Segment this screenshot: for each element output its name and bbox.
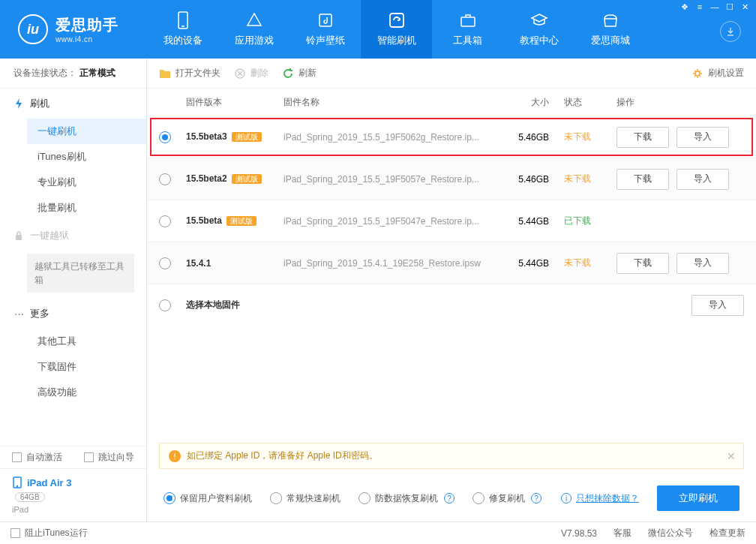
- checkbox-block-itunes[interactable]: [10, 528, 20, 538]
- sidebar-item-other[interactable]: 其他工具: [27, 329, 146, 354]
- firmware-status: 未下载: [564, 131, 616, 143]
- beta-tag: 测试版: [232, 174, 262, 184]
- nav-ringtones[interactable]: 铃声壁纸: [290, 0, 361, 59]
- firmware-size: 5.46GB: [504, 174, 564, 185]
- wechat-link[interactable]: 微信公众号: [648, 527, 693, 539]
- radio-select[interactable]: [159, 173, 171, 185]
- brand-name: 爱思助手: [56, 15, 118, 35]
- radio-icon: [358, 492, 370, 504]
- close-icon[interactable]: ✕: [738, 0, 752, 14]
- sidebar-more-header[interactable]: ⋯ 更多: [0, 299, 146, 329]
- flash-settings-button[interactable]: 刷机设置: [692, 67, 744, 80]
- tb-label: 刷机设置: [708, 67, 744, 80]
- radio-icon: [270, 492, 282, 504]
- opt-label: 保留用户资料刷机: [180, 492, 252, 505]
- check-update-link[interactable]: 检查更新: [710, 527, 746, 539]
- tb-label: 删除: [250, 67, 268, 80]
- download-button[interactable]: 下载: [616, 127, 669, 148]
- gear-icon: [692, 68, 704, 80]
- opt-normal[interactable]: 常规快速刷机: [270, 492, 340, 505]
- logo-icon: iu: [18, 14, 48, 44]
- download-button[interactable]: 下载: [616, 169, 669, 190]
- close-notice-icon[interactable]: ✕: [727, 450, 736, 462]
- erase-link[interactable]: i只想抹除数据？: [560, 492, 639, 505]
- nav-label: 爱思商城: [591, 34, 630, 47]
- svg-point-7: [17, 486, 18, 487]
- flash-icon: [14, 98, 24, 109]
- nav-label: 我的设备: [164, 34, 202, 47]
- open-folder-button[interactable]: 打开文件夹: [159, 67, 220, 80]
- tb-label: 打开文件夹: [176, 67, 220, 80]
- warning-icon: !: [169, 450, 181, 462]
- sidebar-item-batch[interactable]: 批量刷机: [27, 195, 146, 221]
- sidebar-item-download[interactable]: 下载固件: [27, 354, 146, 380]
- nav-my-device[interactable]: 我的设备: [147, 0, 218, 59]
- firmware-row[interactable]: 15.5beta2测试版iPad_Spring_2019_15.5_19F505…: [147, 158, 756, 200]
- firmware-row[interactable]: 15.5beta3测试版iPad_Spring_2019_15.5_19F506…: [147, 116, 756, 158]
- firmware-status: 未下载: [564, 173, 616, 185]
- nav-label: 应用游戏: [235, 34, 274, 47]
- menu-icon[interactable]: ≡: [693, 0, 706, 14]
- refresh-button[interactable]: 刷新: [282, 67, 316, 80]
- toolbar: 打开文件夹 删除 刷新 刷机设置: [147, 59, 756, 89]
- erase-link-text: 只想抹除数据？: [576, 492, 639, 505]
- import-button[interactable]: 导入: [676, 169, 729, 190]
- firmware-row[interactable]: 选择本地固件导入: [147, 284, 756, 326]
- sidebar-jailbreak-header: 一键越狱: [0, 221, 146, 251]
- flash-now-button[interactable]: 立即刷机: [657, 485, 740, 511]
- sidebar-flash-header[interactable]: 刷机: [0, 89, 146, 119]
- status-bar: 阻止iTunes运行 V7.98.53 客服 微信公众号 检查更新: [0, 521, 756, 544]
- radio-select[interactable]: [159, 215, 171, 227]
- firmware-name: iPad_Spring_2019_15.5_19F5062g_Restore.i…: [284, 132, 504, 143]
- import-button[interactable]: 导入: [676, 253, 729, 274]
- settings-dots-icon[interactable]: ❖: [678, 0, 692, 14]
- checkbox-auto-activate[interactable]: [12, 452, 22, 462]
- device-type: iPad: [12, 505, 134, 514]
- appleid-notice: ! 如已绑定 Apple ID，请准备好 Apple ID和密码。 ✕: [159, 443, 744, 469]
- download-button[interactable]: 下载: [616, 253, 669, 274]
- auto-activate-label: 自动激活: [26, 451, 62, 464]
- nav-store[interactable]: 爱思商城: [574, 0, 646, 59]
- radio-select[interactable]: [159, 299, 171, 311]
- th-name: 固件名称: [284, 96, 504, 109]
- nav-apps[interactable]: 应用游戏: [218, 0, 290, 59]
- minimize-icon[interactable]: —: [708, 0, 722, 14]
- radio-select[interactable]: [159, 131, 171, 143]
- nav-toolbox[interactable]: 工具箱: [432, 0, 503, 59]
- nav-flash[interactable]: 智能刷机: [361, 0, 432, 59]
- th-status: 状态: [564, 96, 616, 109]
- store-icon: [602, 11, 620, 29]
- checkbox-skip-guide[interactable]: [84, 452, 94, 462]
- radio-select[interactable]: [159, 257, 171, 269]
- radio-icon: [164, 492, 176, 504]
- sidebar-item-itunes[interactable]: iTunes刷机: [27, 144, 146, 170]
- toolbox-icon: [459, 11, 477, 29]
- main-content: 打开文件夹 删除 刷新 刷机设置 固件版本 固件名称 大小 状态 操作 15.5…: [147, 59, 756, 521]
- firmware-row[interactable]: 15.4.1iPad_Spring_2019_15.4.1_19E258_Res…: [147, 242, 756, 284]
- opt-repair[interactable]: 修复刷机?: [472, 492, 542, 505]
- help-icon[interactable]: ?: [444, 493, 454, 503]
- sidebar-item-advanced[interactable]: 高级功能: [27, 380, 146, 405]
- th-op: 操作: [616, 96, 744, 109]
- nav-tutorials[interactable]: 教程中心: [503, 0, 574, 59]
- sidebar-group-title: 一键越狱: [30, 229, 69, 242]
- help-icon[interactable]: ?: [531, 493, 542, 503]
- sidebar-item-onekey[interactable]: 一键刷机: [27, 119, 146, 144]
- support-link[interactable]: 客服: [614, 527, 632, 539]
- table-header: 固件版本 固件名称 大小 状态 操作: [147, 89, 756, 116]
- firmware-version: 15.5beta3: [186, 131, 227, 142]
- opt-keep-data[interactable]: 保留用户资料刷机: [164, 492, 252, 505]
- maximize-icon[interactable]: ☐: [723, 0, 736, 14]
- device-info: iPad Air 3 64GB iPad: [0, 468, 146, 521]
- app-header: ❖ ≡ — ☐ ✕ iu 爱思助手 www.i4.cn 我的设备 应用游戏 铃声…: [0, 0, 756, 59]
- opt-anti-recovery[interactable]: 防数据恢复刷机?: [358, 492, 454, 505]
- sidebar-item-pro[interactable]: 专业刷机: [27, 170, 146, 195]
- firmware-version: 15.5beta: [186, 215, 222, 226]
- import-button[interactable]: 导入: [676, 127, 729, 148]
- import-button[interactable]: 导入: [692, 295, 744, 316]
- opt-label: 常规快速刷机: [286, 492, 340, 505]
- download-progress-icon[interactable]: [720, 21, 741, 42]
- firmware-row[interactable]: 15.5beta测试版iPad_Spring_2019_15.5_19F5047…: [147, 200, 756, 242]
- opt-label: 修复刷机: [489, 492, 525, 505]
- beta-tag: 测试版: [232, 132, 262, 142]
